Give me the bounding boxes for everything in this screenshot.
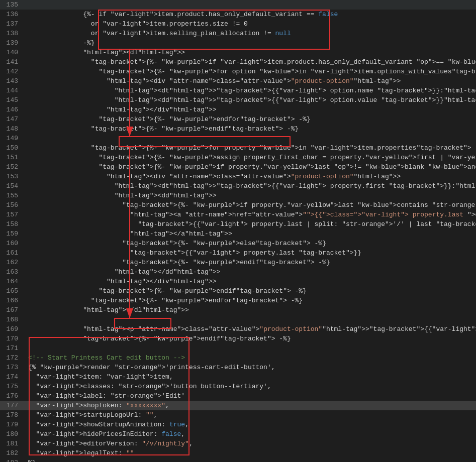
line-number: 174 — [0, 372, 24, 382]
line-number: 136 — [0, 10, 24, 19]
line-content: "tag-bracket">{%- "kw-purple">else"tag-b… — [24, 239, 476, 248]
line-number: 182 — [0, 448, 24, 458]
line-number: 149 — [0, 134, 24, 143]
line-number: 177 — [0, 401, 24, 410]
line-number: 178 — [0, 410, 24, 420]
code-line: 180 "var-light">hidePricesInEditor: fals… — [0, 429, 476, 439]
line-content: "var-light">editorVersion: "/v/nightly", — [24, 439, 476, 448]
code-line: 166 "tag-bracket">{%- "kw-purple">endfor… — [0, 296, 476, 305]
line-content: "html-tag"></a"html-tag">> — [24, 229, 476, 239]
line-content: "html-tag"><dd"html-tag">> — [24, 191, 476, 200]
code-line: 167 "html-tag"></dl"html-tag">> — [0, 305, 476, 315]
line-number: 135 — [0, 0, 24, 10]
code-line: 157 "html-tag"><a "attr-name">href="attr… — [0, 210, 476, 219]
code-line: 146 "html-tag"></div"html-tag">> — [0, 105, 476, 114]
code-line: 162 "tag-bracket">{%- "kw-purple">endif"… — [0, 258, 476, 267]
line-content: "tag-bracket">{%- "kw-purple">for proper… — [24, 143, 476, 153]
line-content: <!-- Start Printess Cart edit button --> — [24, 353, 476, 363]
code-line: 176 "var-light">label: "str-orange">'Edi… — [0, 391, 476, 401]
line-content: "html-tag"></dl"html-tag">> — [24, 305, 476, 315]
code-line: 165 "tag-bracket">{%- "kw-purple">endif"… — [0, 286, 476, 296]
code-line: 178 "var-light">startupLogoUrl: "", — [0, 410, 476, 420]
line-content: %} — [24, 458, 476, 462]
line-number: 168 — [0, 315, 24, 324]
code-line: 158 "tag-bracket">{{"var-light"> propert… — [0, 219, 476, 229]
line-content: "html-tag"></div"html-tag">> — [24, 105, 476, 114]
code-line: 155 "html-tag"><dd"html-tag">> — [0, 191, 476, 200]
line-number: 156 — [0, 200, 24, 210]
code-line: 160 "tag-bracket">{%- "kw-purple">else"t… — [0, 239, 476, 248]
line-content: or "var-light">item.selling_plan_allocat… — [24, 29, 476, 38]
code-line: 144 "html-tag"><dt"html-tag">>"tag-brack… — [0, 86, 476, 95]
line-content: "html-tag"><dt"html-tag">>"tag-bracket">… — [24, 181, 476, 191]
code-editor: 135136 {%- if "var-light">item.product.h… — [0, 0, 476, 462]
line-number: 183 — [0, 458, 24, 462]
line-content — [24, 315, 476, 324]
line-content: "html-tag"><a "attr-name">href="attr-val… — [24, 210, 476, 219]
line-number: 164 — [0, 277, 24, 286]
line-number: 146 — [0, 105, 24, 114]
line-number: 148 — [0, 124, 24, 134]
code-line: 148 "tag-bracket">{%- "kw-purple">endif"… — [0, 124, 476, 134]
line-content: "html-tag"></dd"html-tag">> — [24, 267, 476, 277]
code-line: 164 "html-tag"></div"html-tag">> — [0, 277, 476, 286]
line-content: "var-light">label: "str-orange">'Edit' — [24, 391, 476, 401]
line-number: 171 — [0, 343, 24, 353]
code-line: 173{% "kw-purple">render "str-orange">'p… — [0, 363, 476, 372]
code-line: 153 "html-tag"><div "attr-name">class="a… — [0, 172, 476, 181]
code-line: 142 "tag-bracket">{%- "kw-purple">for op… — [0, 67, 476, 76]
code-line: 175 "var-light">classes: "str-orange">'b… — [0, 382, 476, 391]
line-content: "tag-bracket">{%- "kw-purple">if "var-li… — [24, 57, 476, 67]
line-content: {% "kw-purple">render "str-orange">'prin… — [24, 363, 476, 372]
code-line: 159 "html-tag"></a"html-tag">> — [0, 229, 476, 239]
line-number: 180 — [0, 429, 24, 439]
line-content: "var-light">startupLogoUrl: "", — [24, 410, 476, 420]
line-number: 145 — [0, 95, 24, 105]
code-line: 177 "var-light">shopToken: "xxxxxxxx", — [0, 401, 476, 410]
code-line: 140 "html-tag"><dl"html-tag">> — [0, 48, 476, 57]
line-content: "tag-bracket">{%- "kw-purple">for option… — [24, 67, 476, 76]
line-number: 167 — [0, 305, 24, 315]
line-number: 137 — [0, 19, 24, 29]
code-line: 183%} — [0, 458, 476, 462]
line-number: 161 — [0, 248, 24, 258]
line-number: 169 — [0, 324, 24, 334]
line-content — [24, 343, 476, 353]
line-content: {%- if "var-light">item.product.has_only… — [24, 10, 476, 19]
code-line: 179 "var-light">showStartupAnimation: tr… — [0, 420, 476, 429]
code-line: 156 "tag-bracket">{%- "kw-purple">if pro… — [0, 200, 476, 210]
line-content: "tag-bracket">{%- "kw-purple">if propert… — [24, 162, 476, 172]
line-number: 157 — [0, 210, 24, 219]
code-line: 149 — [0, 134, 476, 143]
line-content: "tag-bracket">{%- "kw-purple">endif"tag-… — [24, 334, 476, 343]
line-content: "var-light">classes: "str-orange">'butto… — [24, 382, 476, 391]
line-content: "var-light">showStartupAnimation: true, — [24, 420, 476, 429]
line-number: 179 — [0, 420, 24, 429]
code-line: 182 "var-light">legalText: "" — [0, 448, 476, 458]
code-line: 147 "tag-bracket">{%- "kw-purple">endfor… — [0, 114, 476, 124]
line-number: 170 — [0, 334, 24, 343]
code-line: 168 — [0, 315, 476, 324]
line-number: 166 — [0, 296, 24, 305]
line-number: 150 — [0, 143, 24, 153]
code-line: 143 "html-tag"><div "attr-name">class="a… — [0, 76, 476, 86]
line-number: 138 — [0, 29, 24, 38]
line-content — [24, 0, 476, 10]
code-line: 174 "var-light">item: "var-light">item, — [0, 372, 476, 382]
line-number: 144 — [0, 86, 24, 95]
line-number: 175 — [0, 382, 24, 391]
line-number: 139 — [0, 38, 24, 48]
line-content: "tag-bracket">{%- "kw-purple">assign pro… — [24, 153, 476, 162]
code-line: 145 "html-tag"><dd"html-tag">>"tag-brack… — [0, 95, 476, 105]
line-content: "tag-bracket">{%- "kw-purple">endif"tag-… — [24, 124, 476, 134]
line-number: 140 — [0, 48, 24, 57]
line-content: -%} — [24, 38, 476, 48]
line-content: "tag-bracket">{%- "kw-purple">endfor"tag… — [24, 296, 476, 305]
line-content: "tag-bracket">{%- "kw-purple">if propert… — [24, 200, 476, 210]
line-content: "tag-bracket">{%- "kw-purple">endfor"tag… — [24, 114, 476, 124]
line-number: 153 — [0, 172, 24, 181]
code-line: 139 -%} — [0, 38, 476, 48]
line-content: "tag-bracket">{%- "kw-purple">endif"tag-… — [24, 258, 476, 267]
code-line: 151 "tag-bracket">{%- "kw-purple">assign… — [0, 153, 476, 162]
line-number: 159 — [0, 229, 24, 239]
